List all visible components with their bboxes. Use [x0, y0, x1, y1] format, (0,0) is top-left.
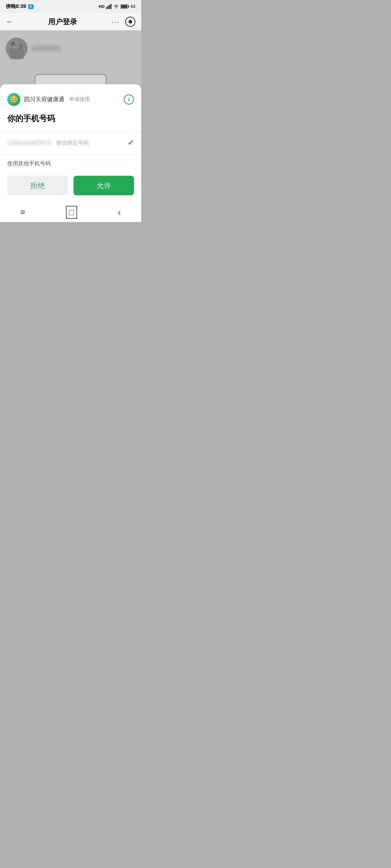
phone-number: 188●●●●0818	[7, 140, 52, 146]
svg-rect-0	[106, 7, 107, 9]
user-profile-row	[6, 38, 135, 59]
phone-label: 微信绑定号码	[56, 140, 127, 146]
status-time: 傍晚6:39	[6, 3, 26, 10]
info-button[interactable]: i	[124, 94, 134, 105]
nav-right-actions: ···	[111, 17, 135, 27]
svg-rect-10	[9, 48, 24, 59]
svg-rect-1	[108, 6, 109, 9]
svg-rect-2	[109, 5, 110, 9]
app-name: 四川天府健康通	[24, 96, 64, 103]
scan-button[interactable]	[125, 17, 135, 27]
reject-button[interactable]: 拒绝	[7, 176, 68, 195]
app-action-label: 申请使用	[70, 96, 90, 103]
svg-rect-5	[128, 5, 129, 7]
avatar-image	[6, 38, 28, 59]
app-icon: 😊	[7, 93, 20, 106]
check-icon: ✓	[127, 138, 134, 148]
phone-row[interactable]: 188●●●●0818 微信绑定号码 ✓	[7, 132, 134, 154]
battery-icon	[121, 4, 129, 9]
menu-nav-button[interactable]: ≡	[20, 207, 25, 217]
background-content: 请先登录账号 登录后可查看健康码信息 😊 四川天府健康通 申请使用 i 你的手机…	[0, 30, 141, 204]
bottom-sheet: 😊 四川天府健康通 申请使用 i 你的手机号码 188●●●●0818 微信绑定…	[0, 84, 141, 204]
allow-button[interactable]: 允许	[73, 176, 134, 195]
back-button[interactable]: ←	[6, 17, 14, 26]
username-label	[32, 46, 61, 51]
section-title: 你的手机号码	[7, 113, 134, 124]
action-buttons: 拒绝 允许	[7, 176, 134, 204]
status-k-badge: K	[28, 4, 34, 9]
sheet-app-row: 😊 四川天府健康通 申请使用 i	[7, 93, 134, 106]
battery-pct: 64	[131, 4, 135, 9]
nav-bar: ← 用户登录 ···	[0, 13, 141, 30]
back-nav-button[interactable]: ‹	[118, 207, 121, 218]
status-icons: HD 64	[99, 4, 135, 9]
svg-point-11	[13, 42, 20, 49]
svg-rect-3	[110, 4, 112, 9]
wifi-icon	[113, 4, 119, 9]
app-info: 😊 四川天府健康通 申请使用	[7, 93, 90, 106]
signal-icon	[106, 4, 112, 9]
home-nav-button[interactable]: □	[66, 206, 77, 219]
more-options-button[interactable]: ···	[111, 18, 119, 26]
other-phone-option[interactable]: 使用其他手机号码	[7, 154, 134, 176]
page-title: 用户登录	[48, 17, 77, 27]
hd-icon: HD	[99, 4, 105, 9]
scan-icon	[129, 20, 132, 24]
bottom-nav: ≡ □ ‹	[0, 204, 141, 222]
avatar	[6, 38, 28, 59]
app-emoji: 😊	[10, 95, 18, 103]
svg-rect-6	[121, 5, 127, 8]
status-bar: 傍晚6:39 K HD 64	[0, 0, 141, 13]
